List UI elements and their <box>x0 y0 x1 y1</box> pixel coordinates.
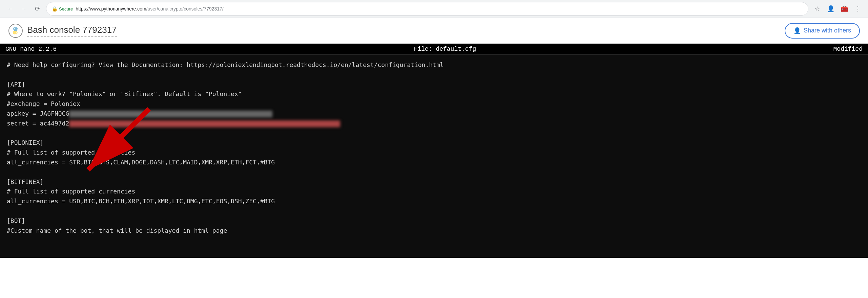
share-button-label: Share with others <box>804 27 851 34</box>
apikey-redacted <box>69 111 272 117</box>
secure-badge: 🔒 Secure <box>52 6 73 12</box>
secret-redacted <box>69 120 340 127</box>
lock-icon: 🔒 <box>52 6 58 12</box>
page-title: Bash console 7792317 <box>27 25 117 37</box>
url-domain: https://www.pythonanywhere.com <box>76 6 146 12</box>
terminal-content: # Need help configuring? View the Docume… <box>7 60 861 235</box>
browser-icons: ☆ 👤 🧰 ⋮ <box>811 3 864 15</box>
share-icon: 👤 <box>793 27 801 35</box>
line-bot-comment: #Custom name of the bot, that will be di… <box>7 227 227 234</box>
secure-label: Secure <box>59 6 73 12</box>
share-button[interactable]: 👤 Share with others <box>785 23 860 39</box>
line-api-comment: # Where to work? "Poloniex" or "Bitfinex… <box>7 90 242 97</box>
line-bot-section: [BOT] <box>7 217 25 224</box>
reload-button[interactable]: ⟳ <box>31 3 43 15</box>
nano-center: File: default.cfg <box>414 46 476 52</box>
extension-button[interactable]: 🧰 <box>838 3 850 15</box>
page-title-area: Bash console 7792317 <box>8 23 117 38</box>
svg-point-1 <box>14 28 15 29</box>
forward-button[interactable]: → <box>18 3 30 15</box>
profile-button[interactable]: 👤 <box>825 3 837 15</box>
line-comment: # Need help configuring? View the Docume… <box>7 61 444 68</box>
line-api-section: [API] <box>7 81 25 88</box>
settings-button[interactable]: ⋮ <box>852 3 864 15</box>
line-apikey: apikey = JA6FNQCG <box>7 110 272 117</box>
nano-right: Modified <box>833 46 863 52</box>
nav-buttons: ← → ⟳ <box>4 3 43 15</box>
back-button[interactable]: ← <box>4 3 16 15</box>
nav-bar: ← → ⟳ 🔒 Secure https://www.pythonanywher… <box>0 0 868 18</box>
svg-point-2 <box>16 32 17 33</box>
terminal[interactable]: # Need help configuring? View the Docume… <box>0 55 868 258</box>
line-bitfinex-currencies: all_currencies = USD,BTC,BCH,ETH,XRP,IOT… <box>7 198 275 205</box>
page-header: Bash console 7792317 👤 Share with others <box>0 18 868 44</box>
address-bar[interactable]: 🔒 Secure https://www.pythonanywhere.com/… <box>46 2 808 16</box>
url-text: https://www.pythonanywhere.com/user/cana… <box>76 6 803 12</box>
pythonanywhere-logo <box>8 23 23 38</box>
line-poloniex-section: [POLONIEX] <box>7 139 43 146</box>
line-secret: secret = ac4497d2 <box>7 120 340 127</box>
browser-chrome: ← → ⟳ 🔒 Secure https://www.pythonanywher… <box>0 0 868 18</box>
line-exchange: #exchange = Poloniex <box>7 100 80 107</box>
nano-statusbar: GNU nano 2.2.6 File: default.cfg Modifie… <box>0 44 868 55</box>
nano-left: GNU nano 2.2.6 <box>5 46 57 52</box>
url-path: /user/canalcrypto/consoles/7792317/ <box>146 6 224 12</box>
bookmark-button[interactable]: ☆ <box>811 3 823 15</box>
line-bitfinex-section: [BITFINEX] <box>7 178 43 185</box>
line-bitfinex-comment: # Full list of supported currencies <box>7 188 135 195</box>
line-poloniex-currencies: all_currencies = STR,BTC,BTS,CLAM,DOGE,D… <box>7 159 275 166</box>
line-poloniex-comment: # Full list of supported currencies <box>7 149 135 156</box>
